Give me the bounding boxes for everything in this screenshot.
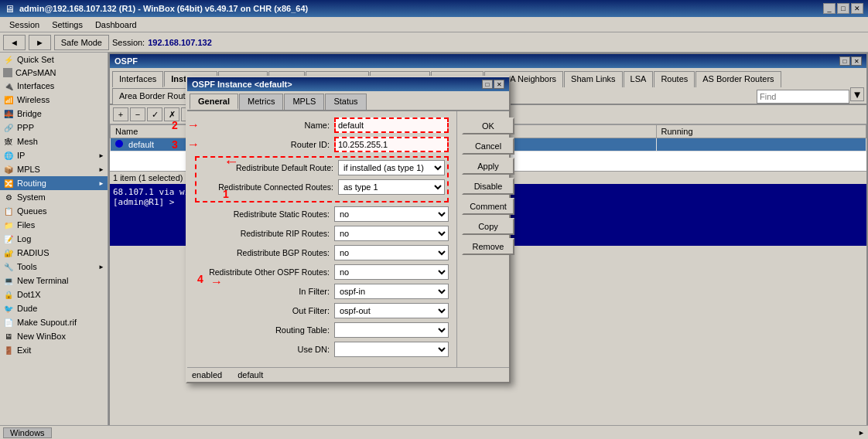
comment-button[interactable]: Comment — [462, 198, 514, 215]
sidebar-item-routing[interactable]: 🔀 Routing ► — [0, 176, 108, 190]
tab-lsa[interactable]: LSA — [624, 71, 654, 87]
sidebar-label-bridge: Bridge — [17, 109, 42, 118]
taskbar-item-windows[interactable]: Windows — [3, 427, 52, 438]
menu-dashboard[interactable]: Dashboard — [89, 19, 143, 31]
sidebar-item-exit[interactable]: 🚪 Exit — [0, 343, 108, 357]
disable-button[interactable]: Disable — [462, 178, 514, 195]
menu-settings[interactable]: Settings — [46, 19, 89, 31]
sidebar-label-tools: Tools — [17, 262, 37, 271]
sidebar-item-new-terminal[interactable]: 💻 New Terminal — [0, 274, 108, 288]
redistribute-rip-select[interactable]: no — [334, 226, 449, 241]
routing-table-select[interactable] — [334, 322, 449, 338]
app-icon: 🖥 — [5, 3, 15, 15]
redistribute-static-label: Redistribute Static Routes: — [195, 209, 334, 219]
sidebar-item-ppp[interactable]: 🔗 PPP — [0, 121, 108, 134]
in-filter-select[interactable]: ospf-in — [334, 284, 449, 299]
back-button[interactable]: ◄ — [3, 35, 26, 50]
use-dn-select[interactable] — [334, 342, 449, 357]
ospf-title-bar: OSPF □ ✕ — [110, 54, 866, 68]
redistribute-ospf-select[interactable]: no — [334, 264, 449, 280]
sidebar-label-capsman: CAPsMAN — [15, 68, 56, 77]
toolbar: ◄ ► Safe Mode Session: 192.168.107.132 — [0, 32, 868, 53]
apply-button[interactable]: Apply — [462, 158, 514, 175]
copy-button[interactable]: Copy — [462, 218, 514, 235]
sidebar-item-new-winbox[interactable]: 🖥 New WinBox — [0, 329, 108, 343]
sidebar-label-mpls: MPLS — [17, 165, 40, 174]
ospf-restore-button[interactable]: □ — [839, 56, 850, 66]
session-label: Session: — [112, 38, 145, 47]
maximize-button[interactable]: □ — [837, 3, 849, 14]
exit-icon: 🚪 — [3, 345, 14, 356]
cancel-button[interactable]: Cancel — [462, 138, 514, 155]
forward-button[interactable]: ► — [29, 35, 51, 50]
sidebar-item-quick-set[interactable]: ⚡ Quick Set — [0, 53, 108, 66]
redistribute-default-select[interactable]: if installed (as type 1) — [338, 160, 445, 175]
dude-icon: 🐦 — [3, 303, 14, 314]
tab-as-border-routers[interactable]: AS Border Routers — [695, 71, 781, 87]
router-id-input[interactable] — [334, 137, 449, 152]
dialog-tab-metrics[interactable]: Metrics — [239, 94, 283, 110]
tab-interfaces[interactable]: Interfaces — [112, 71, 163, 87]
name-input[interactable]: default — [334, 117, 449, 133]
tab-routes[interactable]: Routes — [654, 71, 695, 87]
redistribute-bgp-select[interactable]: no — [334, 245, 449, 260]
system-icon: ⚙ — [3, 192, 14, 202]
dialog-tab-status[interactable]: Status — [325, 94, 366, 110]
dialog-restore-button[interactable]: □ — [482, 80, 493, 89]
form-row-use-dn: Use DN: — [195, 342, 449, 357]
sidebar-label-new-winbox: New WinBox — [17, 332, 66, 341]
tab-sham-links[interactable]: Sham Links — [564, 71, 622, 87]
remove-button[interactable]: Remove — [462, 238, 514, 255]
taskbar-windows-label: Windows — [10, 428, 45, 437]
dialog-close-button[interactable]: ✕ — [494, 80, 504, 89]
name-label: Name: — [195, 121, 334, 130]
minimize-button[interactable]: _ — [823, 3, 836, 14]
sidebar-item-dude[interactable]: 🐦 Dude — [0, 301, 108, 315]
dialog-tab-mpls[interactable]: MPLS — [284, 94, 324, 110]
dialog-title-bar: OSPF Instance <default> □ ✕ — [187, 77, 509, 91]
sidebar-item-system[interactable]: ⚙ System — [0, 190, 108, 204]
close-button[interactable]: ✕ — [851, 3, 863, 14]
redistribute-group: Redistribute Default Route: if installed… — [195, 156, 449, 202]
sidebar-item-mpls[interactable]: 📦 MPLS ► — [0, 162, 108, 176]
ospf-close-button[interactable]: ✕ — [851, 56, 862, 66]
make-supout-icon: 📄 — [3, 317, 14, 328]
dialog-status: enabled default — [187, 367, 509, 382]
form-row-redistribute-default: Redistribute Default Route: if installed… — [199, 160, 445, 175]
sidebar-item-mesh[interactable]: 🕸 Mesh — [0, 134, 108, 148]
sidebar-item-log[interactable]: 📝 Log — [0, 232, 108, 246]
sidebar-item-capsman[interactable]: CAPsMAN — [0, 66, 108, 79]
sidebar-item-interfaces[interactable]: 🔌 Interfaces — [0, 79, 108, 93]
sidebar-item-radius[interactable]: 🔐 RADIUS — [0, 246, 108, 260]
sidebar-item-tools[interactable]: 🔧 Tools ► — [0, 260, 108, 274]
ok-button[interactable]: OK — [462, 117, 514, 134]
out-filter-label: Out Filter: — [195, 306, 334, 315]
new-terminal-icon: 💻 — [3, 275, 14, 286]
find-input[interactable] — [757, 90, 849, 104]
add-button[interactable]: + — [113, 107, 128, 121]
redistribute-static-select[interactable]: no — [334, 206, 449, 222]
radius-icon: 🔐 — [3, 247, 14, 258]
redistribute-connected-select[interactable]: as type 1 — [338, 179, 445, 195]
sidebar-item-queues[interactable]: 📋 Queues — [0, 204, 108, 218]
router-id-label: Router ID: — [195, 140, 334, 149]
safe-mode-button[interactable]: Safe Mode — [54, 35, 109, 50]
dialog-tab-general[interactable]: General — [190, 94, 238, 110]
out-filter-select[interactable]: ospf-out — [334, 303, 449, 318]
ip-icon: 🌐 — [3, 150, 14, 161]
find-dropdown-button[interactable]: ▼ — [850, 87, 864, 101]
sidebar-item-make-supout[interactable]: 📄 Make Supout.rif — [0, 315, 108, 329]
form-row-routing-table: Routing Table: — [195, 322, 449, 338]
sidebar-label-new-terminal: New Terminal — [17, 276, 68, 285]
sidebar-item-bridge[interactable]: 🌉 Bridge — [0, 107, 108, 121]
sidebar-item-dot1x[interactable]: 🔒 Dot1X — [0, 288, 108, 301]
sidebar-item-ip[interactable]: 🌐 IP ► — [0, 148, 108, 162]
check-button[interactable]: ✓ — [147, 107, 162, 121]
sidebar-item-files[interactable]: 📁 Files — [0, 218, 108, 232]
routing-icon: 🔀 — [3, 178, 14, 189]
redistribute-bgp-label: Redistribute BGP Routes: — [195, 248, 334, 257]
sidebar-item-wireless[interactable]: 📶 Wireless — [0, 93, 108, 107]
remove-button[interactable]: − — [130, 107, 145, 121]
menu-session[interactable]: Session — [3, 19, 46, 31]
mpls-arrow: ► — [98, 166, 104, 173]
